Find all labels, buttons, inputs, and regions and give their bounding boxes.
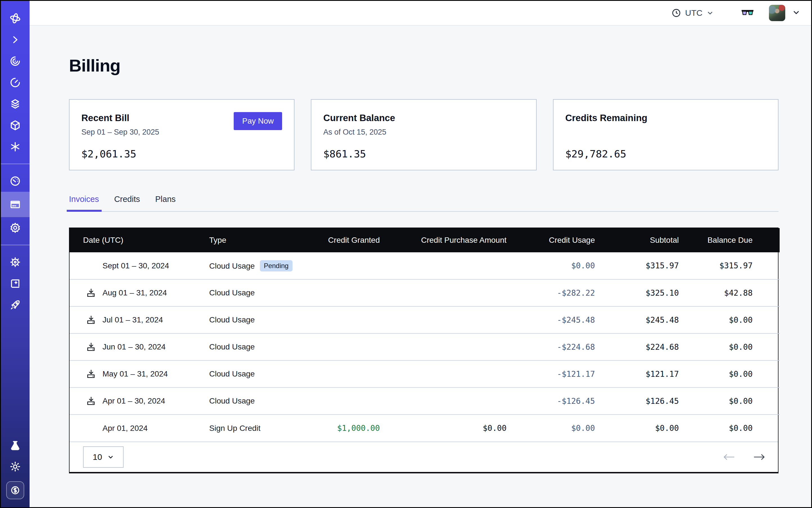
download-slot xyxy=(86,369,102,379)
credit-granted-value xyxy=(313,361,380,387)
download-invoice-button[interactable] xyxy=(86,342,96,352)
topbar: UTC xyxy=(30,1,811,26)
invoice-date: Apr 01, 2024 xyxy=(102,424,147,433)
table-header-row: Date (UTC) Type Credit Granted Credit Pu… xyxy=(70,228,780,252)
credit-usage-value: -$126.45 xyxy=(507,387,595,415)
column-header-credit-usage: Credit Usage xyxy=(507,228,595,252)
download-slot xyxy=(86,288,102,298)
3d-glasses-button[interactable] xyxy=(741,9,754,17)
credit-purchase-value xyxy=(380,387,507,415)
balance-due-value: $0.00 xyxy=(679,415,780,441)
card-title: Credits Remaining xyxy=(565,113,766,123)
invoices-table: Date (UTC) Type Credit Granted Credit Pu… xyxy=(69,227,778,473)
status-badge: Pending xyxy=(260,260,293,271)
invoice-date: Apr 01 – 30, 2024 xyxy=(102,396,165,406)
balance-due-value: $0.00 xyxy=(679,387,780,415)
invoice-row: Jul 01 – 31, 2024 Cloud Usage -$245.48 $… xyxy=(70,306,780,333)
download-slot xyxy=(86,315,102,325)
gauge-icon[interactable] xyxy=(1,170,30,192)
credit-purchase-value xyxy=(380,306,507,333)
page-size-select[interactable]: 10 xyxy=(83,446,124,468)
credit-granted-value xyxy=(313,279,380,306)
recent-bill-card: Recent Bill Sep 01 – Sep 30, 2025 $2,061… xyxy=(69,99,295,170)
timezone-selector[interactable]: UTC xyxy=(672,8,714,18)
tab-invoices[interactable]: Invoices xyxy=(69,195,99,211)
credits-remaining-card: Credits Remaining $29,782.65 xyxy=(553,99,778,170)
timer-icon[interactable] xyxy=(1,72,30,93)
column-header-balance-due: Balance Due xyxy=(679,228,780,252)
card-title: Current Balance xyxy=(323,113,524,123)
download-invoice-button[interactable] xyxy=(86,396,96,406)
invoice-row: May 01 – 31, 2024 Cloud Usage -$121.17 $… xyxy=(70,361,780,387)
flask-icon[interactable] xyxy=(1,434,30,456)
chevron-right-icon[interactable] xyxy=(1,29,30,50)
column-header-type: Type xyxy=(209,228,313,252)
user-avatar[interactable] xyxy=(769,5,785,21)
cube-icon[interactable] xyxy=(1,115,30,136)
credit-granted-value xyxy=(313,306,380,333)
invoice-type: Cloud Usage xyxy=(209,315,255,324)
sun-icon[interactable] xyxy=(1,456,30,477)
gear-icon[interactable] xyxy=(1,217,30,239)
book-sparkle-icon[interactable] xyxy=(1,273,30,294)
balance-due-value: $0.00 xyxy=(679,333,780,361)
invoice-date: Jul 01 – 31, 2024 xyxy=(102,315,163,325)
download-invoice-button[interactable] xyxy=(86,288,96,298)
invoice-date: Jun 01 – 30, 2024 xyxy=(102,342,166,351)
spiral-icon[interactable] xyxy=(1,50,30,72)
app-window: UTC Billing xyxy=(0,0,812,508)
invoice-row: Apr 01 – 30, 2024 Cloud Usage -$126.45 $… xyxy=(70,387,780,415)
billing-page: Billing Recent Bill Sep 01 – Sep 30, 202… xyxy=(30,26,811,507)
rocket-icon[interactable] xyxy=(1,294,30,316)
card-amount: $861.35 xyxy=(323,148,524,160)
asterisk-icon[interactable] xyxy=(1,136,30,158)
main-area: UTC Billing xyxy=(30,1,811,507)
prev-page-button[interactable] xyxy=(723,453,735,461)
dollar-badge-button[interactable] xyxy=(6,481,24,499)
download-invoice-button[interactable] xyxy=(86,315,96,325)
column-header-credit-purchase: Credit Purchase Amount xyxy=(380,228,507,252)
credit-usage-value: $0.00 xyxy=(507,252,595,279)
ship-wheel-icon[interactable] xyxy=(1,251,30,273)
invoice-type: Sign Up Credit xyxy=(209,424,260,432)
page-size-value: 10 xyxy=(93,452,102,462)
pagination xyxy=(723,453,766,461)
credit-purchase-value xyxy=(380,333,507,361)
layers-icon[interactable] xyxy=(1,93,30,115)
billing-tabs: Invoices Credits Plans xyxy=(69,195,778,212)
chevron-down-icon xyxy=(707,9,714,16)
column-header-credit-granted: Credit Granted xyxy=(313,228,380,252)
timezone-label: UTC xyxy=(685,8,702,18)
sidebar-spacer xyxy=(1,316,30,434)
summary-cards: Recent Bill Sep 01 – Sep 30, 2025 $2,061… xyxy=(69,99,778,170)
credit-card-icon-billing[interactable] xyxy=(1,192,30,217)
subtotal-value: $315.97 xyxy=(595,252,679,279)
credit-granted-value: $1,000.00 xyxy=(313,415,380,441)
chevron-down-icon[interactable] xyxy=(792,8,801,18)
next-page-button[interactable] xyxy=(753,453,766,461)
balance-due-value: $42.88 xyxy=(679,279,780,306)
credit-usage-value: -$121.17 xyxy=(507,361,595,387)
tab-credits[interactable]: Credits xyxy=(114,195,140,211)
invoice-type: Cloud Usage xyxy=(209,370,255,378)
column-header-date: Date (UTC) xyxy=(70,228,209,252)
credit-usage-value: -$245.48 xyxy=(507,306,595,333)
subtotal-value: $224.68 xyxy=(595,333,679,361)
credit-usage-value: -$282.22 xyxy=(507,279,595,306)
orbit-logo-icon[interactable] xyxy=(1,8,30,29)
balance-due-value: $0.00 xyxy=(679,306,780,333)
invoice-type: Cloud Usage xyxy=(209,288,255,297)
card-amount: $2,061.35 xyxy=(81,148,282,160)
account-menu[interactable] xyxy=(769,5,801,21)
invoice-row: Jun 01 – 30, 2024 Cloud Usage -$224.68 $… xyxy=(70,333,780,361)
pay-now-button[interactable]: Pay Now xyxy=(234,112,282,130)
download-invoice-button[interactable] xyxy=(86,369,96,379)
column-header-subtotal: Subtotal xyxy=(595,228,679,252)
sidebar xyxy=(1,1,30,507)
sidebar-divider xyxy=(1,164,30,164)
subtotal-value: $325.10 xyxy=(595,279,679,306)
table-footer: 10 xyxy=(70,441,778,472)
credit-purchase-value xyxy=(380,279,507,306)
credit-usage-value: $0.00 xyxy=(507,415,595,441)
tab-plans[interactable]: Plans xyxy=(155,195,176,211)
